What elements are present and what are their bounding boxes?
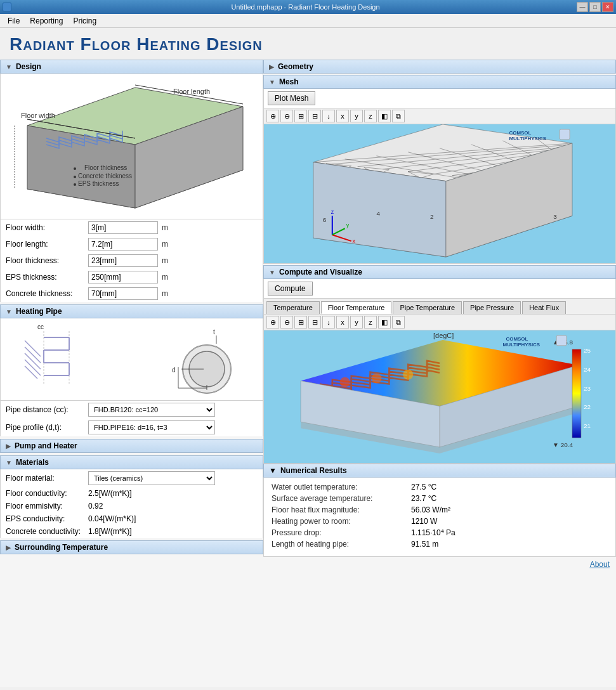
heat-down-icon[interactable]: ↓	[322, 316, 335, 329]
heat-y-icon[interactable]: y	[350, 316, 363, 329]
eps-thickness-input[interactable]	[88, 271, 158, 283]
z-axis-icon[interactable]: z	[364, 110, 377, 122]
svg-text:d: d	[172, 367, 176, 374]
concrete-conductivity-row: Concrete conductivity: 1.8[W/(m*K)]	[0, 525, 263, 538]
floor-material-row: Floor material: Tiles (ceramics)	[0, 469, 263, 487]
result-value-4: 1.115·10⁴ Pa	[411, 528, 455, 537]
result-label-5: Length of heating pipe:	[272, 540, 411, 549]
floor-conductivity-row: Floor conductivity: 2.5[W/(m*K)]	[0, 487, 263, 500]
result-value-3: 1210 W	[411, 517, 437, 526]
eps-thickness-row: EPS thickness: m	[0, 269, 263, 285]
result-row-4: Pressure drop: 1.115·10⁴ Pa	[272, 528, 608, 537]
floor-thickness-row: Floor thickness: m	[0, 252, 263, 269]
floor-material-label: Floor material:	[6, 474, 88, 483]
tab-floor-temperature[interactable]: Floor Temperature	[321, 301, 392, 314]
mesh-view: z x y 6 4 2 3 2 COMSOL MULTIPHYSICS	[263, 124, 616, 264]
pump-heater-arrow: ▶	[6, 443, 11, 450]
geometry-section-header[interactable]: ▶ Geometry	[263, 60, 616, 74]
materials-section-header[interactable]: ▼ Materials	[0, 455, 263, 469]
heat-reset-icon[interactable]: ⊟	[308, 316, 321, 329]
svg-line-29	[25, 360, 41, 375]
about-anchor[interactable]: About	[590, 560, 610, 569]
svg-text:▼ 20.4: ▼ 20.4	[553, 441, 573, 448]
surrounding-temp-section-header[interactable]: ▶ Surrounding Temperature	[0, 540, 263, 554]
copy-icon[interactable]: ⧉	[392, 110, 405, 122]
pump-heater-section-header[interactable]: ▶ Pump and Heater	[0, 439, 263, 453]
close-button[interactable]: ✕	[602, 2, 613, 12]
pipe-distance-select[interactable]: FHD.BR120: cc=120	[88, 403, 215, 417]
heat-zoom-fit-icon[interactable]: ⊞	[294, 316, 307, 329]
compute-section-header[interactable]: ▼ Compute and Visualize	[263, 265, 616, 279]
surrounding-temp-label: Surrounding Temperature	[15, 543, 108, 552]
content-area: ▼ Design	[0, 60, 616, 687]
eps-thickness-unit: m	[162, 273, 168, 282]
compute-arrow: ▼	[269, 269, 275, 276]
tab-temperature[interactable]: Temperature	[266, 301, 320, 314]
minimize-button[interactable]: —	[577, 2, 588, 12]
menu-reporting[interactable]: Reporting	[25, 15, 68, 27]
floor-thickness-input[interactable]	[88, 254, 158, 267]
mesh-arrow: ▼	[269, 79, 275, 86]
floor-length-input[interactable]	[88, 238, 158, 251]
compute-label: Compute and Visualize	[279, 268, 362, 277]
svg-rect-110	[556, 335, 567, 346]
tab-pipe-temperature[interactable]: Pipe Temperature	[393, 301, 462, 314]
result-row-5: Length of heating pipe: 91.51 m	[272, 540, 608, 549]
x-axis-icon[interactable]: x	[336, 110, 349, 122]
heat-camera-icon[interactable]: ◧	[378, 316, 391, 329]
floor-width-input[interactable]	[88, 221, 158, 234]
about-link[interactable]: About	[263, 557, 616, 572]
svg-text:cc: cc	[37, 323, 44, 330]
result-row-3: Heating power to room: 1210 W	[272, 517, 608, 526]
heating-pipe-section-header[interactable]: ▼ Heating Pipe	[0, 304, 263, 318]
tabs-container: Temperature Floor Temperature Pipe Tempe…	[263, 299, 616, 315]
svg-text:2: 2	[430, 213, 434, 220]
concrete-thickness-input[interactable]	[88, 287, 158, 300]
zoom-fit-icon[interactable]: ⊞	[294, 110, 307, 122]
right-panel: ▶ Geometry ▼ Mesh Plot Mesh ⊕ ⊖ ⊞ ⊟ ↓ x …	[263, 60, 616, 687]
svg-text:6: 6	[323, 216, 327, 223]
compute-button[interactable]: Compute	[268, 282, 313, 296]
svg-text:Concrete thickness: Concrete thickness	[78, 172, 132, 179]
pipe-profile-select[interactable]: FHD.PIPE16: d=16, t=3	[88, 420, 215, 434]
heat-zoom-in-icon[interactable]: ⊕	[266, 316, 279, 329]
zoom-out-icon[interactable]: ⊖	[280, 110, 293, 122]
heat-x-icon[interactable]: x	[336, 316, 349, 329]
svg-text:x: x	[353, 238, 356, 244]
menu-bar: File Reporting Pricing	[0, 14, 616, 28]
floor-material-select[interactable]: Tiles (ceramics)	[88, 471, 215, 485]
title-bar-text: Untitled.mphapp - Radiant Floor Heating …	[34, 3, 577, 11]
svg-text:24: 24	[584, 366, 591, 373]
y-axis-icon[interactable]: y	[350, 110, 363, 122]
menu-file[interactable]: File	[3, 15, 25, 27]
heating-pipe-arrow: ▼	[6, 308, 12, 315]
eps-conductivity-value: 0.04[W/(m*K)]	[88, 514, 136, 523]
heat-zoom-out-icon[interactable]: ⊖	[280, 316, 293, 329]
menu-pricing[interactable]: Pricing	[68, 15, 102, 27]
pipe-diagram: cc	[0, 318, 263, 401]
materials-arrow: ▼	[6, 459, 12, 466]
floor-width-row: Floor width: m	[0, 219, 263, 236]
tab-pipe-pressure[interactable]: Pipe Pressure	[463, 301, 521, 314]
svg-point-95	[403, 370, 413, 380]
svg-text:COMSOL: COMSOL	[509, 130, 532, 136]
mesh-section-header[interactable]: ▼ Mesh	[263, 75, 616, 89]
numerical-results-header[interactable]: ▼ Numerical Results	[263, 464, 616, 478]
maximize-button[interactable]: □	[589, 2, 601, 12]
results-content: Water outlet temperature: 27.5 °C Surfac…	[263, 478, 616, 557]
svg-text:Floor thickness: Floor thickness	[84, 164, 127, 171]
floor-width-label: Floor width:	[6, 223, 88, 232]
heat-z-icon[interactable]: z	[364, 316, 377, 329]
heat-copy-icon[interactable]: ⧉	[392, 316, 405, 329]
camera-icon[interactable]: ◧	[378, 110, 391, 122]
down-arrow-icon[interactable]: ↓	[322, 110, 335, 122]
reset-icon[interactable]: ⊟	[308, 110, 321, 122]
tab-heat-flux[interactable]: Heat Flux	[522, 301, 566, 314]
design-section-header[interactable]: ▼ Design	[0, 60, 263, 74]
design-label: Design	[16, 62, 41, 71]
eps-conductivity-row: EPS conductivity: 0.04[W/(m*K)]	[0, 512, 263, 525]
zoom-in-icon[interactable]: ⊕	[266, 110, 279, 122]
plot-mesh-button[interactable]: Plot Mesh	[268, 91, 315, 105]
svg-text:MULTIPHYSICS: MULTIPHYSICS	[503, 342, 541, 348]
floor-emmisivity-value: 0.92	[88, 502, 103, 511]
